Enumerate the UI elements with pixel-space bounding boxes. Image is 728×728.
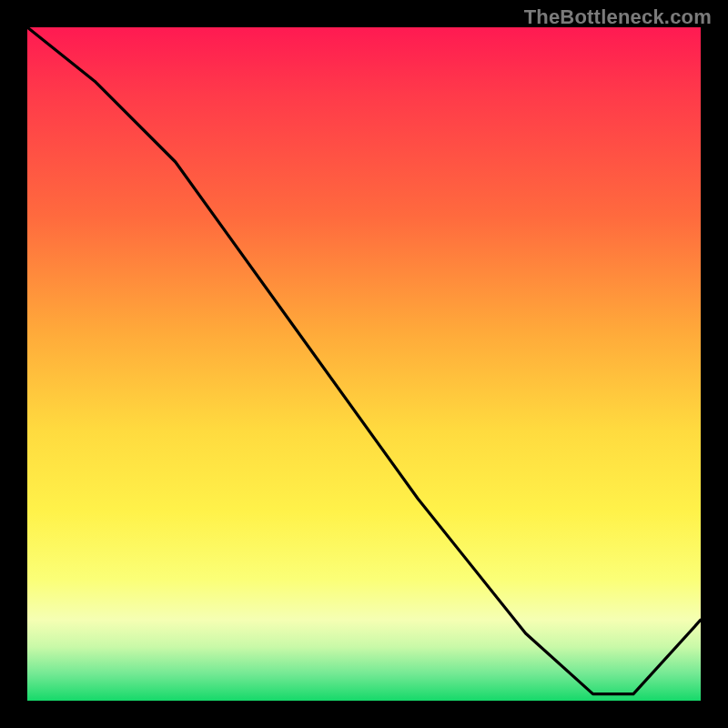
canvas: TheBottleneck.com xyxy=(0,0,728,728)
chart-plot-area xyxy=(27,27,701,701)
attribution-text: TheBottleneck.com xyxy=(524,5,712,29)
